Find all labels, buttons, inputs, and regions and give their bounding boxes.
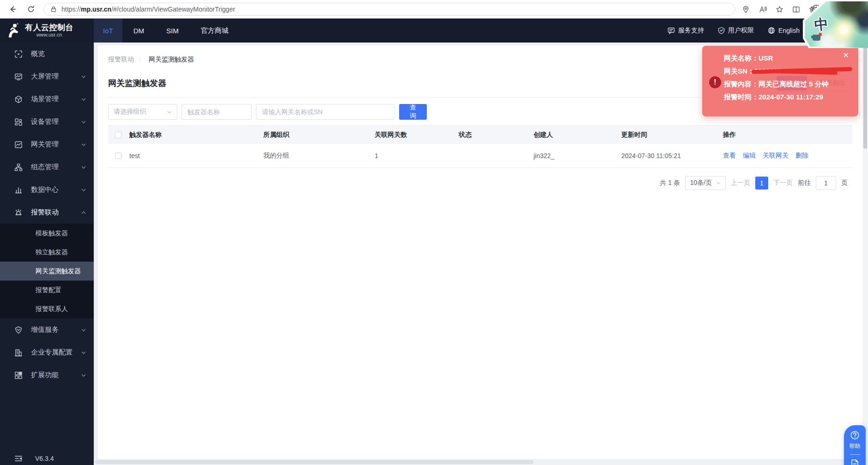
tab-dm[interactable]: DM bbox=[122, 18, 155, 43]
consult-doc-icon[interactable] bbox=[850, 459, 859, 465]
split-screen-icon[interactable] bbox=[792, 6, 800, 13]
sidebar-item-label: 数据中心 bbox=[31, 185, 81, 194]
goto-page-input[interactable] bbox=[816, 176, 836, 190]
chevron-down-icon bbox=[81, 165, 86, 170]
read-aloud-icon[interactable] bbox=[759, 6, 767, 13]
game-overlay-widget[interactable]: 中 bbox=[803, 0, 868, 48]
address-bar[interactable]: https://mp.usr.cn/#/cloud/alarm/ViewGate… bbox=[43, 3, 735, 16]
cell-gateway-count: 1 bbox=[375, 152, 459, 159]
shield-icon bbox=[718, 27, 725, 34]
sidebar-item-screen-mgmt[interactable]: 大屏管理 bbox=[0, 65, 94, 88]
sidebar-item-data-center[interactable]: 数据中心 bbox=[0, 178, 94, 201]
alert-content: 报警内容：网关已离线超过 5 分钟 bbox=[724, 78, 849, 91]
chevron-down-icon bbox=[81, 142, 86, 147]
sidebar-item-label: 概览 bbox=[31, 49, 86, 58]
search-button[interactable]: 查询 bbox=[399, 104, 427, 120]
sidebar-item-scene-mgmt[interactable]: 场景管理 bbox=[0, 88, 94, 110]
sidebar-item-gateway-mgmt[interactable]: 网关管理 bbox=[0, 133, 94, 156]
alert-gateway-sn: 网关SN：01001224051000010210 bbox=[724, 65, 849, 78]
cell-creator: jin322_ bbox=[534, 152, 621, 159]
sidebar-item-label: 报警联动 bbox=[31, 208, 81, 217]
col-header-org: 所属组织 bbox=[263, 131, 375, 139]
sidebar-item-template-trigger[interactable]: 模板触发器 bbox=[0, 224, 94, 243]
badge-shield-icon bbox=[14, 326, 23, 334]
page-size-value: 10条/页 bbox=[690, 179, 712, 187]
grid-squares-icon bbox=[14, 371, 23, 379]
sidebar-item-alarm-config[interactable]: 报警配置 bbox=[0, 281, 94, 300]
sidebar-item-device-mgmt[interactable]: 设备管理 bbox=[0, 110, 94, 133]
gateway-search-input[interactable] bbox=[256, 104, 395, 120]
tab-mall[interactable]: 官方商城 bbox=[190, 18, 240, 43]
browser-toolbar: https://mp.usr.cn/#/cloud/alarm/ViewGate… bbox=[0, 0, 868, 18]
collapse-sidebar-icon[interactable] bbox=[14, 455, 23, 462]
page-number-1[interactable]: 1 bbox=[755, 177, 768, 190]
sidebar-item-extensions[interactable]: 扩展功能 bbox=[0, 364, 94, 386]
favorite-star-icon[interactable] bbox=[776, 6, 783, 13]
lock-icon bbox=[50, 6, 57, 12]
building-icon bbox=[14, 349, 23, 357]
cell-updated: 2024-07-30 11:05:21 bbox=[621, 152, 723, 159]
table-header-row: 触发器名称 所属组织 关联网关数 状态 创建人 更新时间 操作 bbox=[108, 125, 852, 144]
sidebar-item-alarm-contacts[interactable]: 报警联系人 bbox=[0, 300, 94, 318]
sidebar-item-label: 企业专属配置 bbox=[31, 348, 81, 357]
trigger-name-input[interactable] bbox=[182, 104, 252, 120]
sidebar-item-overview[interactable]: 概览 bbox=[0, 43, 94, 65]
screen: { "browser": { "url_scheme": "https://",… bbox=[0, 0, 868, 465]
page-title: 网关监测触发器 bbox=[108, 78, 166, 89]
sidebar-item-label: 组态管理 bbox=[31, 163, 81, 171]
screen-chart-icon bbox=[14, 73, 23, 81]
sidebar-item-enterprise-config[interactable]: 企业专属配置 bbox=[0, 341, 94, 364]
horizontal-scrollbar bbox=[0, 459, 868, 465]
alert-gateway-name: 网关名称：USR bbox=[724, 52, 849, 65]
support-menu[interactable]: 服务支持 bbox=[668, 26, 704, 35]
help-label[interactable]: 帮助 bbox=[850, 442, 861, 450]
prev-page-button[interactable]: 上一页 bbox=[731, 179, 750, 187]
sidebar-item-label: 网关管理 bbox=[31, 140, 81, 149]
mahjong-tile-glyph: 中 bbox=[813, 15, 829, 35]
refresh-icon[interactable] bbox=[25, 3, 37, 15]
permissions-label: 用户权限 bbox=[728, 26, 754, 35]
goto-prefix: 前往 bbox=[798, 179, 811, 187]
vertical-scrollbar-thumb[interactable] bbox=[863, 45, 867, 149]
sidebar: 概览 大屏管理 场景管理 设备管理 网关管理 组态管理 bbox=[0, 43, 94, 465]
delete-link[interactable]: 删除 bbox=[795, 152, 808, 160]
col-header-trigger-name: 触发器名称 bbox=[129, 131, 263, 139]
back-icon[interactable] bbox=[6, 3, 18, 15]
help-question-icon[interactable] bbox=[850, 430, 860, 440]
page-size-select[interactable]: 10条/页 bbox=[685, 176, 726, 190]
device-grid-icon bbox=[14, 118, 23, 126]
row-checkbox[interactable] bbox=[115, 153, 121, 159]
sidebar-item-config-mgmt[interactable]: 组态管理 bbox=[0, 156, 94, 178]
view-link[interactable]: 查看 bbox=[723, 152, 736, 160]
permissions-menu[interactable]: 用户权限 bbox=[718, 26, 754, 35]
app-logo[interactable]: 有人云控制台 www.usr.cn bbox=[0, 18, 94, 43]
sidebar-footer: V6.3.4 bbox=[0, 455, 94, 462]
language-label: English bbox=[778, 27, 800, 34]
language-menu[interactable]: English bbox=[768, 27, 800, 34]
org-select[interactable]: 请选择组织 bbox=[108, 104, 177, 120]
edit-link[interactable]: 编辑 bbox=[743, 152, 756, 160]
shirt-badge-icon bbox=[813, 35, 820, 41]
app-navbar: 有人云控制台 www.usr.cn IoT DM SIM 官方商城 服务支持 用… bbox=[0, 18, 868, 43]
tab-iot[interactable]: IoT bbox=[94, 18, 122, 43]
sidebar-item-alarm-linkage[interactable]: 报警联动 bbox=[0, 201, 94, 224]
next-page-button[interactable]: 下一页 bbox=[773, 179, 793, 187]
usr-logo-icon bbox=[6, 23, 21, 38]
chevron-down-icon bbox=[81, 97, 86, 102]
chevron-down-icon bbox=[81, 350, 86, 355]
sidebar-item-independent-trigger[interactable]: 独立触发器 bbox=[0, 243, 94, 262]
triggers-table: 触发器名称 所属组织 关联网关数 状态 创建人 更新时间 操作 test 我的分… bbox=[108, 125, 852, 168]
tab-sim[interactable]: SIM bbox=[155, 18, 190, 43]
location-pin-icon[interactable] bbox=[742, 6, 750, 13]
chevron-down-icon bbox=[81, 119, 86, 125]
select-all-checkbox[interactable] bbox=[115, 132, 121, 138]
chevron-down-icon bbox=[81, 187, 86, 193]
breadcrumb-parent[interactable]: 报警联动 bbox=[108, 55, 134, 64]
sidebar-item-label: 大屏管理 bbox=[31, 72, 81, 81]
horizontal-scrollbar-thumb[interactable] bbox=[95, 460, 534, 464]
sidebar-item-gateway-monitor-trigger[interactable]: 网关监测触发器 bbox=[0, 262, 94, 281]
game-overlay-artwork bbox=[803, 0, 868, 48]
associate-gateway-link[interactable]: 关联网关 bbox=[763, 152, 789, 160]
sidebar-item-value-added[interactable]: 增值服务 bbox=[0, 318, 94, 341]
version-label: V6.3.4 bbox=[35, 455, 54, 462]
